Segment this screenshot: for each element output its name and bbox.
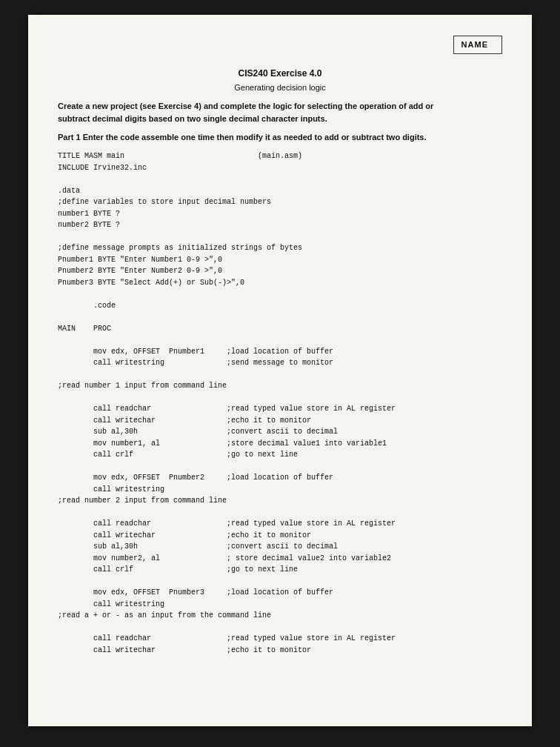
code-content: TITLE MASM main (main.asm) INCLUDE Irvin… bbox=[58, 150, 502, 656]
name-label: NAME bbox=[461, 40, 488, 49]
name-box: NAME bbox=[453, 36, 502, 54]
document-page: NAME CIS240 Exercise 4.0 Generating deci… bbox=[28, 15, 532, 726]
document-title: CIS240 Exercise 4.0 bbox=[58, 67, 502, 80]
part-header: Part 1 Enter the code assemble one time … bbox=[58, 131, 502, 144]
description-text: Create a new project (see Exercise 4) an… bbox=[58, 100, 502, 125]
document-subtitle: Generating decision logic bbox=[58, 82, 502, 94]
